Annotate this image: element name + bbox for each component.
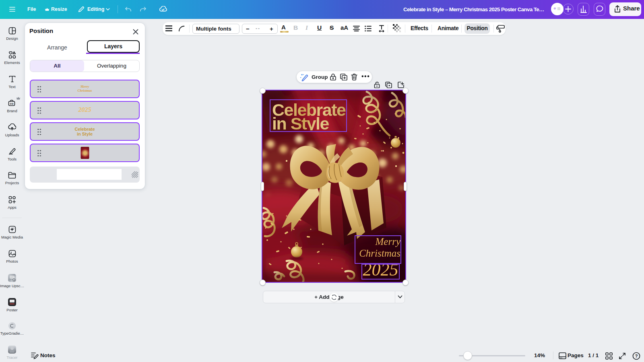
svg-text:co: co xyxy=(10,102,13,105)
svg-text:?: ? xyxy=(635,354,638,358)
